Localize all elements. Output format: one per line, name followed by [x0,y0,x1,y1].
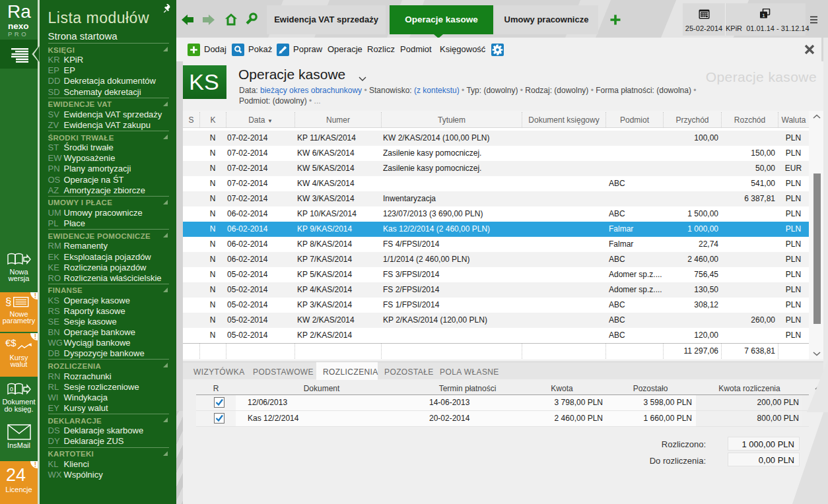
svg-text:0: 0 [10,386,13,393]
svg-text:1: 1 [762,13,765,18]
